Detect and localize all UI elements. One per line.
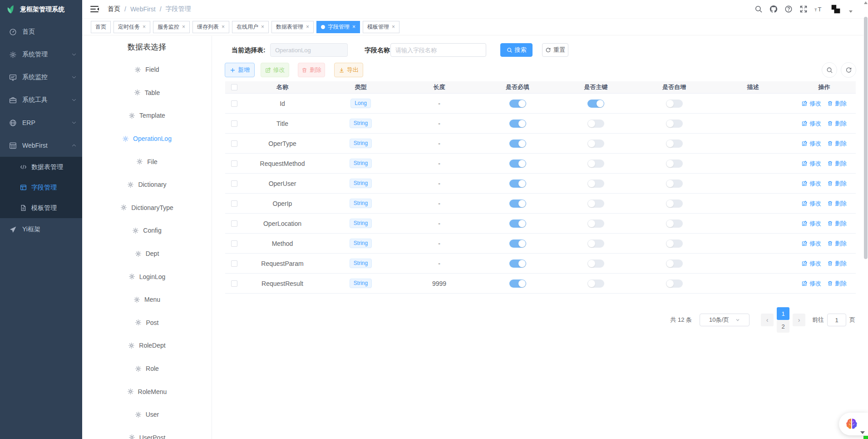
edit-link[interactable]: 修改: [802, 100, 821, 108]
primary-key-toggle[interactable]: [587, 140, 604, 148]
required-toggle[interactable]: [509, 259, 526, 268]
fontsize-icon[interactable]: TT: [814, 5, 823, 13]
delete-button[interactable]: 删除: [298, 63, 325, 77]
tab-数据表管理[interactable]: 数据表管理×: [271, 21, 314, 33]
primary-key-toggle[interactable]: [587, 120, 604, 128]
breadcrumb-item[interactable]: WebFirst: [130, 5, 156, 13]
edit-button[interactable]: 修改: [261, 63, 289, 77]
primary-key-toggle[interactable]: [587, 180, 604, 188]
sidebar-item-system-monitor[interactable]: 系统监控: [0, 66, 82, 89]
auto-increment-toggle[interactable]: [666, 140, 683, 148]
sidebar-item-system-tools[interactable]: 系统工具: [0, 89, 82, 111]
row-checkbox[interactable]: [231, 280, 237, 287]
edit-link[interactable]: 修改: [802, 140, 821, 148]
required-toggle[interactable]: [509, 279, 526, 288]
close-icon[interactable]: ×: [222, 24, 225, 30]
delete-link[interactable]: 删除: [827, 100, 847, 108]
auto-increment-toggle[interactable]: [666, 120, 683, 128]
table-tree-item-RoleMenu[interactable]: RoleMenu: [82, 380, 212, 403]
close-icon[interactable]: ×: [392, 24, 395, 30]
delete-link[interactable]: 删除: [827, 200, 847, 208]
table-tree-item-Dept[interactable]: Dept: [82, 242, 212, 265]
table-tree-item-Template[interactable]: Template: [82, 104, 212, 127]
sidebar-item-field-mgmt[interactable]: 字段管理: [0, 177, 82, 198]
table-tree-item-Role[interactable]: Role: [82, 357, 212, 380]
scrollbar-up-arrow[interactable]: [864, 1, 868, 4]
add-button[interactable]: 新增: [225, 63, 255, 77]
app-logo[interactable]: 意框架管理系统: [0, 0, 82, 19]
tab-定时任务[interactable]: 定时任务×: [113, 21, 150, 33]
row-checkbox[interactable]: [231, 200, 237, 207]
auto-increment-toggle[interactable]: [666, 160, 683, 168]
page-button-1[interactable]: 1: [777, 307, 789, 320]
row-checkbox[interactable]: [231, 140, 237, 147]
ai-collapse-caret[interactable]: [860, 431, 865, 434]
required-toggle[interactable]: [509, 100, 526, 108]
search-button[interactable]: 搜索: [500, 43, 533, 57]
close-icon[interactable]: ×: [261, 24, 264, 30]
table-tree-item-Field[interactable]: Field: [82, 58, 212, 81]
tab-模板管理[interactable]: 模板管理×: [363, 21, 399, 33]
sidebar-item-home[interactable]: 首页: [0, 20, 82, 43]
table-search-toggle-button[interactable]: [822, 62, 837, 78]
table-tree-item-UserPost[interactable]: UserPost: [82, 426, 212, 439]
primary-key-toggle[interactable]: [587, 160, 604, 168]
tab-缓存列表[interactable]: 缓存列表×: [192, 21, 229, 33]
close-icon[interactable]: ×: [352, 24, 355, 30]
page-button-2[interactable]: 2: [777, 320, 789, 333]
page-size-select[interactable]: 10条/页: [700, 314, 750, 326]
github-icon[interactable]: [769, 5, 778, 13]
primary-key-toggle[interactable]: [587, 259, 604, 268]
sidebar-item-yi-framework[interactable]: Yi框架: [0, 218, 82, 241]
required-toggle[interactable]: [509, 239, 526, 248]
fullscreen-icon[interactable]: [799, 5, 808, 13]
table-tree-item-OperationLog[interactable]: OperationLog: [82, 127, 212, 150]
row-checkbox[interactable]: [231, 160, 237, 167]
required-toggle[interactable]: [509, 160, 526, 168]
edit-link[interactable]: 修改: [802, 120, 821, 128]
delete-link[interactable]: 删除: [827, 160, 847, 168]
hamburger-icon[interactable]: [90, 5, 99, 13]
sidebar-item-erp[interactable]: ERP: [0, 111, 82, 134]
scrollbar-thumb[interactable]: [864, 17, 868, 259]
table-tree-item-LoginLog[interactable]: LoginLog: [82, 265, 212, 288]
sidebar-item-template-mgmt[interactable]: 模板管理: [0, 198, 82, 218]
edit-link[interactable]: 修改: [802, 239, 821, 248]
delete-link[interactable]: 删除: [827, 180, 847, 188]
auto-increment-toggle[interactable]: [666, 200, 683, 208]
delete-link[interactable]: 删除: [827, 239, 847, 248]
breadcrumb-item[interactable]: 字段管理: [166, 5, 191, 13]
primary-key-toggle[interactable]: [587, 220, 604, 228]
table-refresh-button[interactable]: [841, 62, 856, 78]
row-checkbox[interactable]: [231, 120, 237, 127]
field-name-input[interactable]: [390, 43, 486, 57]
auto-increment-toggle[interactable]: [666, 180, 683, 188]
primary-key-toggle[interactable]: [587, 200, 604, 208]
delete-link[interactable]: 删除: [827, 140, 847, 148]
table-tree-item-Table[interactable]: Table: [82, 81, 212, 105]
row-checkbox[interactable]: [231, 240, 237, 247]
delete-link[interactable]: 删除: [827, 120, 847, 128]
close-icon[interactable]: ×: [306, 24, 309, 30]
auto-increment-toggle[interactable]: [666, 259, 683, 268]
table-tree-item-DictionaryType[interactable]: DictionaryType: [82, 196, 212, 220]
help-icon[interactable]: [784, 5, 793, 13]
tab-首页[interactable]: 首页: [91, 21, 111, 33]
auto-increment-toggle[interactable]: [666, 220, 683, 228]
edit-link[interactable]: 修改: [802, 279, 821, 288]
table-tree-item-File[interactable]: File: [82, 150, 212, 173]
primary-key-toggle[interactable]: [587, 100, 604, 108]
row-checkbox[interactable]: [231, 220, 237, 227]
table-tree-item-Config[interactable]: Config: [82, 219, 212, 242]
delete-link[interactable]: 删除: [827, 259, 847, 268]
close-icon[interactable]: ×: [182, 24, 185, 30]
primary-key-toggle[interactable]: [587, 239, 604, 248]
sidebar-item-system-admin[interactable]: 系统管理: [0, 43, 82, 66]
sidebar-item-table-mgmt[interactable]: 数据表管理: [0, 157, 82, 177]
edit-link[interactable]: 修改: [802, 180, 821, 188]
row-checkbox[interactable]: [231, 260, 237, 267]
tab-在线用户[interactable]: 在线用户×: [232, 21, 269, 33]
current-table-input[interactable]: [270, 43, 348, 57]
reset-button[interactable]: 重置: [542, 43, 568, 57]
auto-increment-toggle[interactable]: [666, 100, 683, 108]
